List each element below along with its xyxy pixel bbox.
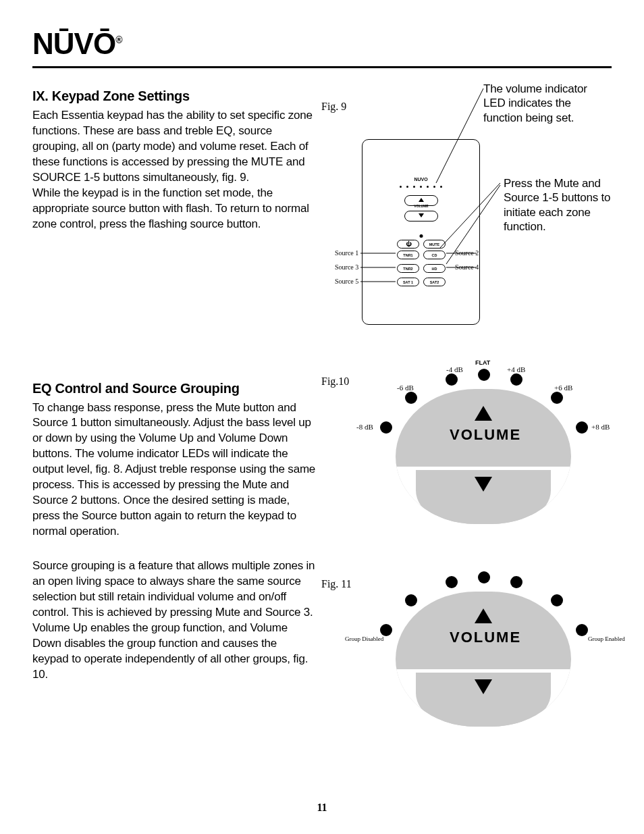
fig11-dot-5 [510, 576, 522, 588]
figure-10: Fig.10 VOLUME -8 dB [321, 369, 591, 497]
fig11-lab-left: Group Disabled [345, 635, 383, 642]
keypad-btn-hd: HD [423, 264, 446, 273]
section-1-p1: Each Essentia keypad has the ability to … [32, 108, 316, 186]
fig10-volume-text: VOLUME [450, 426, 521, 444]
fig10-lab-p4: +4 dB [507, 365, 525, 373]
fig10-lab-n6: -6 dB [397, 384, 414, 392]
registered-mark: ® [115, 34, 122, 45]
section-2-p2: Source grouping is a feature that allows… [32, 558, 316, 683]
figure-11: Fig. 11 VOLUME Group D [321, 571, 591, 700]
left-column: IX. Keypad Zone Settings Each Essentia k… [32, 88, 316, 689]
page-number: 11 [0, 802, 644, 814]
fig9-label: Fig. 9 [321, 101, 346, 113]
keypad-volume-down [404, 211, 438, 221]
fig10-dot-n4 [446, 373, 458, 386]
fig10-lab-flat: FLAT [475, 359, 490, 366]
fig11-dot-3 [446, 576, 458, 588]
src-label-3: Source 3 [335, 263, 358, 271]
fig9-callout-1: The volume indicator LED indicates the f… [483, 82, 598, 125]
fig10-dot-p8 [576, 421, 588, 434]
fig11-dot-1 [380, 624, 392, 636]
fig10-up-icon [475, 406, 492, 421]
figure-9: Fig. 9 The volume indicator LED indicate… [321, 88, 612, 345]
section-2-heading: EQ Control and Source Grouping [32, 381, 316, 396]
section-2-p1: To change bass response, press the Mute … [32, 400, 316, 540]
fig10-dot-p6 [551, 392, 563, 404]
section-1-heading: IX. Keypad Zone Settings [32, 88, 316, 104]
fig9-callout-2: Press the Mute and Source 1-5 buttons to… [504, 176, 612, 234]
keypad-btn-cd: CD [423, 251, 446, 259]
keypad-btn-tnr1: TNR1 [397, 251, 419, 259]
keypad-led-row [363, 186, 479, 188]
fig10-lab-p6: +6 dB [554, 384, 572, 392]
src-label-1: Source 1 [335, 249, 358, 257]
header-rule [32, 66, 612, 68]
fig11-up-icon [475, 608, 492, 623]
fig11-dot-4 [478, 571, 490, 583]
fig11-volume-text: VOLUME [450, 629, 521, 646]
fig11-dot-6 [551, 594, 563, 606]
fig10-dot-p4 [510, 373, 522, 386]
section-1-p2: While the keypad is in the function set … [32, 186, 316, 232]
src-label-5: Source 5 [335, 278, 358, 285]
keypad-mute: MUTE [423, 240, 446, 249]
fig11-label: Fig. 11 [321, 578, 352, 590]
fig11-dot-7 [576, 624, 588, 636]
fig10-dot-n8 [380, 421, 392, 434]
fig10-dot-n6 [405, 392, 417, 404]
keypad-outline: NUVO VOLUME ⏻ MUTE TNR1 CD [362, 139, 480, 325]
src-label-2: Source 2 [455, 249, 479, 257]
keypad-ir-dot [419, 234, 423, 238]
keypad-power: ⏻ [397, 240, 419, 249]
fig10-down-icon [475, 477, 492, 492]
keypad-btn-tnr2: TNR2 [397, 264, 419, 273]
keypad-btn-sat2: SAT2 [423, 278, 446, 286]
keypad-brand: NUVO [363, 177, 479, 182]
fig10-lab-p8: +8 dB [591, 423, 610, 431]
brand-logo: NŪVŌ® [32, 27, 122, 61]
fig10-lab-n8: -8 dB [356, 423, 373, 431]
fig11-lab-right: Group Enabled [588, 635, 625, 642]
right-column: Fig. 9 The volume indicator LED indicate… [321, 88, 612, 689]
src-label-4: Source 4 [455, 263, 479, 271]
fig10-label: Fig.10 [321, 375, 349, 388]
logo-row: NŪVŌ® [32, 27, 612, 61]
fig10-dot-flat [478, 369, 490, 381]
fig10-lab-n4: -4 dB [446, 365, 463, 373]
keypad-btn-sat1: SAT 1 [397, 278, 419, 286]
fig11-down-icon [475, 679, 492, 694]
brand-name: NŪVŌ [32, 27, 115, 60]
keypad-volume-up: VOLUME [404, 195, 438, 206]
fig11-dot-2 [405, 594, 417, 606]
